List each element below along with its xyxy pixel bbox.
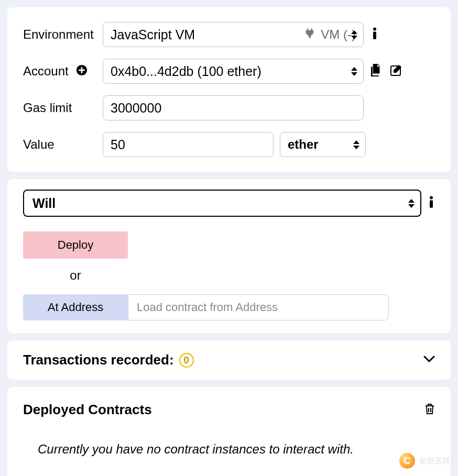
or-label: or bbox=[23, 268, 128, 283]
edit-icon[interactable] bbox=[390, 64, 402, 79]
at-address-row: At Address bbox=[23, 294, 435, 320]
info-icon[interactable] bbox=[428, 196, 435, 211]
deploy-panel: Will Deploy or At Address bbox=[7, 179, 451, 333]
plus-circle-icon[interactable] bbox=[76, 64, 88, 78]
svg-point-0 bbox=[373, 28, 376, 31]
value-row: Value ether bbox=[23, 132, 435, 157]
environment-row: Environment JavaScript VM VM (-) bbox=[23, 22, 435, 47]
value-label: Value bbox=[23, 137, 103, 152]
info-icon[interactable] bbox=[371, 27, 378, 42]
watermark-logo-icon: C bbox=[399, 453, 415, 469]
account-select[interactable]: 0x4b0...4d2db (100 ether) bbox=[103, 59, 364, 84]
trash-icon[interactable] bbox=[424, 403, 435, 417]
caret-icon bbox=[408, 198, 415, 208]
caret-icon bbox=[351, 29, 358, 40]
value-input[interactable] bbox=[111, 137, 266, 152]
value-input-wrap bbox=[103, 132, 274, 157]
gas-row: Gas limit bbox=[23, 95, 435, 120]
svg-point-6 bbox=[430, 196, 433, 200]
deployed-title: Deployed Contracts bbox=[23, 402, 152, 418]
watermark: C 创新互联 bbox=[399, 453, 451, 469]
account-row: Account 0x4b0...4d2db (100 ether) bbox=[23, 59, 435, 84]
svg-rect-7 bbox=[430, 200, 433, 207]
account-label: Account bbox=[23, 64, 69, 79]
contract-row: Will bbox=[23, 190, 435, 217]
settings-panel: Environment JavaScript VM VM (-) Account bbox=[7, 7, 451, 172]
caret-icon bbox=[353, 139, 360, 150]
environment-select[interactable]: JavaScript VM VM (-) bbox=[103, 22, 364, 47]
copy-icon[interactable] bbox=[371, 64, 383, 79]
contract-selected: Will bbox=[32, 196, 56, 211]
svg-rect-4 bbox=[79, 70, 85, 71]
caret-icon bbox=[351, 66, 358, 76]
deployed-empty-text: Currently you have no contract instances… bbox=[38, 442, 435, 457]
transactions-panel[interactable]: Transactions recorded: 0 bbox=[7, 340, 451, 380]
gas-label: Gas limit bbox=[23, 101, 103, 115]
transactions-count-badge: 0 bbox=[179, 353, 194, 368]
environment-label: Environment bbox=[23, 27, 103, 42]
environment-value: JavaScript VM bbox=[111, 27, 195, 42]
value-unit: ether bbox=[288, 137, 319, 152]
plug-icon bbox=[304, 27, 315, 42]
svg-rect-1 bbox=[373, 31, 376, 39]
chevron-down-icon[interactable] bbox=[423, 356, 435, 365]
deploy-button[interactable]: Deploy bbox=[23, 231, 128, 259]
value-unit-select[interactable]: ether bbox=[280, 132, 366, 157]
gas-input[interactable] bbox=[111, 101, 356, 116]
at-address-button[interactable]: At Address bbox=[23, 294, 128, 320]
account-value: 0x4b0...4d2db (100 ether) bbox=[111, 64, 261, 79]
watermark-text: 创新互联 bbox=[419, 456, 451, 466]
address-input[interactable] bbox=[128, 294, 389, 320]
transactions-title: Transactions recorded: bbox=[23, 352, 174, 368]
contract-select[interactable]: Will bbox=[23, 190, 421, 217]
gas-input-wrap bbox=[103, 95, 364, 120]
deployed-panel: Deployed Contracts Currently you have no… bbox=[7, 387, 451, 476]
